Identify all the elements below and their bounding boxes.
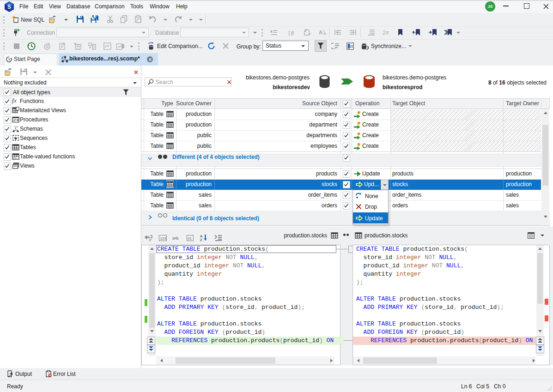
svg-text:S: S [7,4,11,10]
svg-text:<>: <> [14,125,18,129]
svg-text:01: 01 [188,236,192,241]
svg-text:123: 123 [160,236,167,241]
svg-text:Z: Z [200,238,202,241]
svg-text:A: A [319,30,322,35]
svg-text:2≡: 2≡ [383,30,389,36]
svg-text:[@]: [@] [288,30,295,36]
svg-text:fx: fx [13,156,17,160]
svg-text:a•b: a•b [172,236,178,241]
